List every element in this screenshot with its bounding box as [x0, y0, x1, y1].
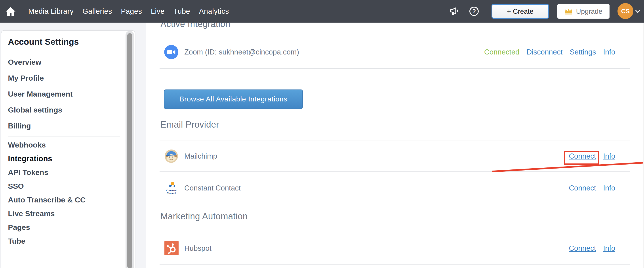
info-link[interactable]: Info	[603, 244, 615, 252]
integration-row-hubspot: Hubspot	[164, 240, 212, 255]
section-title-email-provider: Email Provider	[160, 120, 219, 130]
section-title-marketing-automation: Marketing Automation	[160, 211, 248, 221]
mailchimp-freddie-icon	[164, 148, 178, 164]
status-badge: Connected	[484, 48, 520, 56]
sidebar-item-pages[interactable]: Pages	[8, 221, 122, 234]
upgrade-label: Upgrade	[576, 7, 602, 15]
integration-label: Zoom (ID: sukhneet@cincopa.com)	[184, 48, 299, 56]
sidebar-item-global-settings[interactable]: Global settings	[8, 102, 122, 118]
megaphone-icon[interactable]	[449, 0, 460, 23]
integration-row-mailchimp: Mailchimp	[164, 148, 217, 164]
sidebar-item-my-profile[interactable]: My Profile	[8, 70, 122, 86]
chevron-down-icon[interactable]	[635, 0, 640, 23]
settings-link[interactable]: Settings	[570, 48, 596, 56]
integration-label: Constant Contact	[184, 184, 241, 192]
sidebar-scrollbar-track[interactable]	[126, 31, 134, 268]
divider	[160, 140, 630, 141]
nav-item-media-library[interactable]: Media Library	[28, 7, 74, 16]
annotation-arrow	[146, 0, 643, 268]
avatar[interactable]: CS	[618, 3, 634, 19]
top-navbar: Media Library Galleries Pages Live Tube …	[0, 0, 644, 23]
sidebar-item-tube[interactable]: Tube	[8, 234, 122, 248]
info-link[interactable]: Info	[603, 152, 615, 160]
zoom-video-icon	[164, 44, 178, 59]
constant-contact-wordmark: ConstantContact	[165, 190, 177, 194]
integration-row-zoom: Zoom (ID: sukhneet@cincopa.com)	[164, 44, 299, 59]
sidebar-item-user-management[interactable]: User Management	[8, 86, 122, 102]
hubspot-row-actions: Connect Info	[569, 240, 615, 255]
sidebar-item-auto-transcribe[interactable]: Auto Transcribe & CC	[8, 193, 122, 207]
constant-contact-logo-icon: ConstantContact	[164, 180, 178, 195]
annotation-red-box	[564, 151, 599, 165]
sidebar-item-overview[interactable]: Overview	[8, 55, 122, 70]
divider	[160, 36, 630, 36]
app-screen: Active Integration Zoom (ID: sukhneet@ci…	[0, 0, 644, 268]
browse-integrations-button[interactable]: Browse All Available Integrations	[164, 89, 303, 109]
zoom-row-actions: Connected Disconnect Settings Info	[484, 44, 615, 59]
constant-contact-row-actions: Connect Info	[569, 180, 615, 195]
sidebar-group-account: Overview My Profile User Management Glob…	[8, 55, 122, 134]
sidebar-item-live-streams[interactable]: Live Streams	[8, 207, 122, 221]
nav-menu: Media Library Galleries Pages Live Tube …	[28, 0, 229, 23]
divider	[160, 68, 630, 69]
sidebar-divider	[8, 136, 120, 137]
nav-item-tube[interactable]: Tube	[174, 7, 190, 16]
create-button[interactable]: + Create	[492, 4, 549, 19]
sidebar-title: Account Settings	[8, 37, 79, 47]
main-content: Active Integration Zoom (ID: sukhneet@ci…	[146, 0, 643, 268]
window-scrollbar[interactable]	[643, 23, 644, 268]
sidebar-scrollbar-thumb[interactable]	[127, 33, 132, 268]
nav-item-pages[interactable]: Pages	[121, 7, 142, 16]
sidebar-item-billing[interactable]: Billing	[8, 118, 122, 134]
sidebar-item-webhooks[interactable]: Webhooks	[8, 138, 122, 152]
divider	[160, 204, 630, 204]
nav-item-analytics[interactable]: Analytics	[199, 7, 229, 16]
home-icon[interactable]	[5, 6, 16, 17]
hubspot-sprocket-icon	[164, 240, 178, 255]
help-icon[interactable]: ?	[470, 0, 479, 23]
sidebar-item-sso[interactable]: SSO	[8, 179, 122, 193]
disconnect-link[interactable]: Disconnect	[526, 48, 562, 56]
info-link[interactable]: Info	[603, 184, 615, 192]
integration-row-constant-contact: ConstantContact Constant Contact	[164, 180, 241, 195]
connect-link[interactable]: Connect	[569, 244, 596, 252]
account-settings-panel: Account Settings Overview My Profile Use…	[1, 30, 135, 268]
sidebar-item-api-tokens[interactable]: API Tokens	[8, 166, 122, 179]
divider	[160, 264, 630, 265]
sidebar-group-tools: Webhooks Integrations API Tokens SSO Aut…	[8, 138, 122, 248]
integration-label: Mailchimp	[184, 152, 217, 160]
sidebar-item-integrations[interactable]: Integrations	[8, 152, 122, 166]
nav-item-live[interactable]: Live	[151, 7, 165, 16]
integration-label: Hubspot	[184, 244, 212, 252]
divider	[160, 232, 630, 232]
info-link[interactable]: Info	[603, 48, 615, 56]
upgrade-button[interactable]: Upgrade	[557, 4, 610, 19]
crown-icon	[565, 8, 573, 15]
connect-link[interactable]: Connect	[569, 184, 596, 192]
nav-item-galleries[interactable]: Galleries	[82, 7, 112, 16]
divider	[160, 171, 630, 172]
